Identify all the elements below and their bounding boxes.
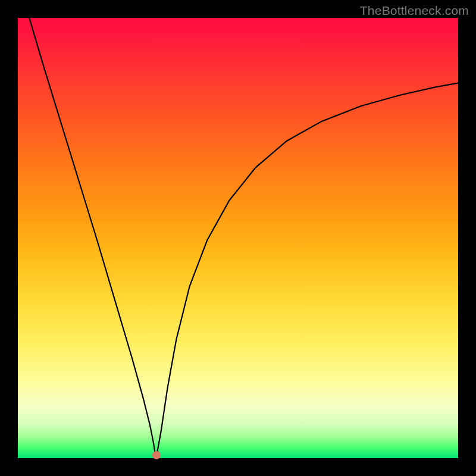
- watermark-text: TheBottleneck.com: [360, 4, 469, 18]
- plot-area: [18, 18, 458, 458]
- optimum-marker-dot: [152, 451, 161, 459]
- bottleneck-curve: [18, 18, 458, 458]
- chart-frame: TheBottleneck.com: [0, 0, 476, 476]
- curve-left-branch: [29, 18, 155, 454]
- curve-right-branch: [156, 83, 458, 456]
